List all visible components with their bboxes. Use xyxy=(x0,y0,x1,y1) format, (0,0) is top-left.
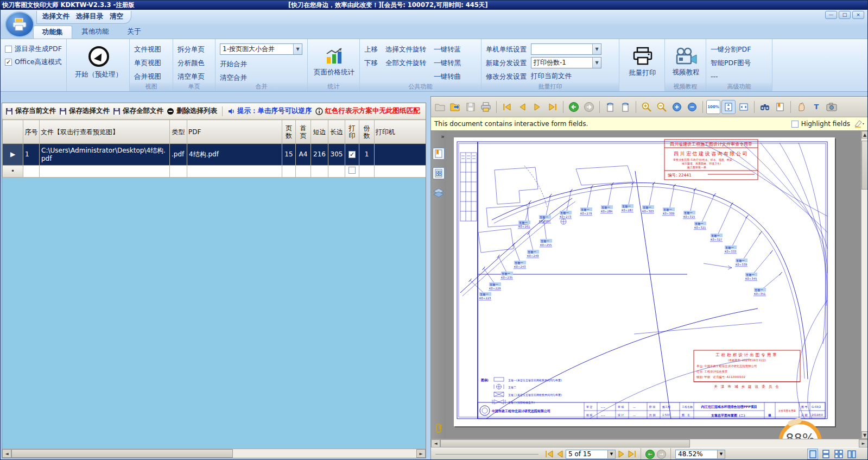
batch-print-button[interactable]: 批量打印 xyxy=(624,42,661,81)
close-button[interactable]: × xyxy=(852,11,864,19)
table-row-new[interactable]: • xyxy=(3,166,426,178)
forward-view-button[interactable]: → xyxy=(657,450,666,459)
tab-functions[interactable]: 功能集 xyxy=(33,26,72,39)
start-preprocess-button[interactable]: 开始（预处理） xyxy=(71,42,126,81)
go-back-icon[interactable] xyxy=(567,100,581,114)
split-page-button[interactable]: 拆分单页 xyxy=(178,42,212,56)
go-forward-icon[interactable] xyxy=(582,100,596,114)
col-pages[interactable]: 页数 xyxy=(282,120,296,144)
to-black-button[interactable]: 一键转黑 xyxy=(434,56,461,70)
print-checkbox-checked[interactable]: ✓ xyxy=(349,151,356,158)
print-icon[interactable] xyxy=(479,100,493,114)
last-page-icon[interactable] xyxy=(546,100,560,114)
cell-long[interactable]: 305 xyxy=(328,144,345,166)
paper-setting-dropdown[interactable]: ▼ xyxy=(531,43,601,55)
advanced-placeholder[interactable]: --- xyxy=(711,70,769,83)
find-icon[interactable] xyxy=(758,100,772,114)
edit-dispatch-setting-button[interactable]: 修改分发设置 xyxy=(486,70,527,83)
scroll-up-button[interactable]: ▲ xyxy=(861,131,868,138)
to-blue-button[interactable]: 一键转蓝 xyxy=(434,42,461,56)
prev-page-button[interactable] xyxy=(556,450,563,458)
video-tutorial-button[interactable]: 视频教程 xyxy=(669,42,702,81)
empty-cell[interactable] xyxy=(170,166,187,178)
empty-cell[interactable] xyxy=(375,166,426,178)
zoom-out-tool-icon[interactable] xyxy=(655,100,669,114)
rotate-selected-button[interactable]: 选择文件旋转 xyxy=(385,42,426,56)
move-down-button[interactable]: 下移 xyxy=(364,56,378,70)
cell-first[interactable]: A4 xyxy=(296,144,311,166)
page-view-button[interactable]: 单页视图 xyxy=(134,56,169,70)
cell-copies[interactable]: 1 xyxy=(359,144,375,166)
dropdown-arrow-icon[interactable]: ▼ xyxy=(607,450,615,458)
move-up-button[interactable]: 上移 xyxy=(364,42,378,56)
save-current-button[interactable]: 保存当前文件 xyxy=(5,106,56,116)
save-all-button[interactable]: 保存全部文件 xyxy=(113,106,163,116)
tab-about[interactable]: 关于 xyxy=(119,26,150,39)
dropdown-arrow-icon[interactable]: ▼ xyxy=(717,450,725,458)
two-up-layout-button[interactable] xyxy=(846,449,857,459)
rotate-left-icon[interactable] xyxy=(603,100,617,114)
maximize-button[interactable]: □ xyxy=(839,11,851,19)
cell-print-checkbox-empty[interactable] xyxy=(345,166,359,178)
save-selected-button[interactable]: 保存选择文件 xyxy=(59,106,110,116)
highlight-fields-checkbox[interactable] xyxy=(791,121,799,128)
first-page-button[interactable] xyxy=(545,450,554,458)
scroll-thumb[interactable] xyxy=(11,449,233,458)
snapshot-icon[interactable] xyxy=(825,100,839,114)
rotate-all-button[interactable]: 全部文件旋转 xyxy=(385,56,426,70)
analyze-color-button[interactable]: 分析颜色 xyxy=(178,56,212,70)
print-current-file-button[interactable]: 打印当前文件 xyxy=(531,70,601,82)
pages-panel-icon[interactable] xyxy=(433,167,445,179)
facing-layout-button[interactable] xyxy=(833,449,844,459)
cell-pages[interactable]: 15 xyxy=(282,144,296,166)
back-view-button[interactable]: ← xyxy=(645,450,655,459)
rotate-right-icon[interactable] xyxy=(618,100,632,114)
tab-other[interactable]: 其他功能 xyxy=(73,26,118,39)
attachments-icon[interactable] xyxy=(434,423,443,436)
open-file-icon[interactable] xyxy=(433,100,447,114)
cell-printer[interactable] xyxy=(375,144,426,166)
clear-page-button[interactable]: 清空单页 xyxy=(178,70,212,83)
hand-tool-icon[interactable] xyxy=(794,100,808,114)
viewer-hscrollbar[interactable]: ◄ ► xyxy=(431,439,868,448)
checkbox-source-pdf[interactable]: 源目录生成PDF xyxy=(5,42,63,55)
bookmarks-panel-icon[interactable] xyxy=(433,148,445,160)
zoom-in-icon[interactable] xyxy=(670,100,684,114)
continuous-layout-button[interactable] xyxy=(820,449,831,459)
col-short[interactable]: 短边 xyxy=(311,120,328,144)
highlighter-icon[interactable] xyxy=(853,119,865,129)
first-page-icon[interactable] xyxy=(500,100,514,114)
minimize-button[interactable]: — xyxy=(825,11,837,19)
checkbox-box-checked[interactable]: ✓ xyxy=(5,59,12,66)
file-view-button[interactable]: 文件视图 xyxy=(134,42,169,56)
delete-selected-button[interactable]: 删除选择列表 xyxy=(167,106,217,116)
col-file[interactable]: 文件【双击行查看预览图】 xyxy=(40,120,170,144)
save-icon[interactable] xyxy=(464,100,478,114)
scroll-left-button[interactable]: ◄ xyxy=(2,449,11,458)
scroll-right-button[interactable]: ► xyxy=(416,449,426,458)
export-file-icon[interactable] xyxy=(448,100,462,114)
app-logo-printer-icon[interactable] xyxy=(5,11,34,37)
new-dispatch-setting-button[interactable]: 新建分发设置 xyxy=(486,56,527,70)
col-copies[interactable]: 份数 xyxy=(359,120,375,144)
page-indicator-dropdown[interactable]: 5 of 15▼ xyxy=(566,450,616,459)
scroll-down-button[interactable]: ▼ xyxy=(861,431,868,439)
single-paper-setting-button[interactable]: 单机单纸设置 xyxy=(486,42,527,56)
cell-pdf[interactable]: 4结构.pdf xyxy=(187,144,282,166)
panel-splitter[interactable] xyxy=(426,92,430,460)
empty-cell[interactable] xyxy=(311,166,328,178)
single-page-layout-button[interactable] xyxy=(807,449,818,459)
dropdown-arrow-icon[interactable]: ▼ xyxy=(592,58,601,68)
split-pdf-button[interactable]: 一键分割PDF xyxy=(711,42,769,56)
empty-cell[interactable] xyxy=(282,166,296,178)
last-page-button[interactable] xyxy=(628,450,636,458)
sidebar-expand-icon[interactable]: » xyxy=(441,133,445,140)
empty-cell[interactable] xyxy=(359,166,375,178)
smart-pdf-number-button[interactable]: 智能PDF图号 xyxy=(711,56,769,70)
col-first[interactable]: 首页 xyxy=(296,120,311,144)
empty-cell[interactable] xyxy=(40,166,170,178)
col-long[interactable]: 长边 xyxy=(328,120,345,144)
to-curve-button[interactable]: 一键转曲 xyxy=(434,70,461,83)
open-folder-button[interactable]: 选择目录 xyxy=(76,12,103,23)
empty-cell[interactable] xyxy=(23,166,40,178)
